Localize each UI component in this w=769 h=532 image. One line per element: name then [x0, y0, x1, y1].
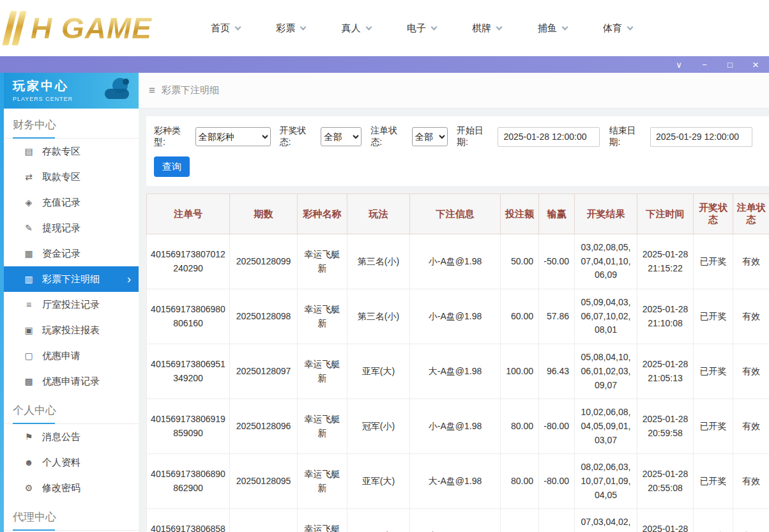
chevron-down-icon	[627, 24, 634, 30]
table-cell: 20250128094	[230, 509, 298, 532]
chevron-down-icon	[496, 24, 503, 30]
table-body: 40156917380701224029020250128099幸运飞艇新第三名…	[147, 234, 769, 532]
sidebar-item-change-password[interactable]: ⚙修改密码	[4, 475, 139, 501]
table-cell: 80.00	[501, 509, 539, 532]
sidebar-item-withdrawal-record[interactable]: ✎提现记录	[4, 215, 139, 241]
table-cell: 大-A盘@1.98	[410, 509, 501, 532]
nav-item[interactable]: 首页	[211, 22, 240, 34]
table-cell: 亚军(大)	[347, 454, 410, 509]
table-cell: 57.86	[539, 289, 575, 344]
table-header-cell: 期数	[230, 194, 298, 234]
order-status-select[interactable]: 全部	[412, 127, 448, 146]
table-header-cell: 下注时间	[637, 194, 694, 234]
hall-bet-record-icon: ≡	[23, 300, 34, 310]
table-cell: 80.00	[501, 454, 539, 509]
table-row: 40156917380691985909020250128096幸运飞艇新冠军(…	[147, 399, 769, 454]
table-cell: 96.43	[539, 344, 575, 399]
table-header-cell: 开奖状态	[694, 194, 733, 234]
withdrawal-record-icon: ✎	[23, 223, 34, 233]
table-cell: 幸运飞艇新	[298, 344, 347, 399]
table-cell: 有效	[733, 399, 769, 454]
sidebar-section-heading: 个人中心	[4, 403, 139, 424]
filter-card: 彩种类型: 全部彩种 开奖状态: 全部 注单状态: 全部	[146, 116, 769, 186]
maximize-icon[interactable]: □	[726, 61, 735, 69]
table-cell: 亚军(大)	[347, 344, 410, 399]
menu-icon[interactable]: ≡	[149, 84, 155, 97]
sidebar-item-player-bet-report[interactable]: ▣玩家投注报表	[4, 317, 139, 343]
table-cell: 大-A盘@1.98	[410, 454, 501, 509]
sidebar-item-recharge-record[interactable]: ◈充值记录	[4, 190, 139, 215]
nav-item[interactable]: 真人	[342, 22, 371, 34]
table-cell: 100.00	[501, 344, 539, 399]
sidebar-item-label: 提现记录	[42, 222, 80, 234]
start-date-input[interactable]	[498, 127, 600, 147]
promo-apply-record-icon: ▩	[23, 376, 34, 386]
sidebar-item-label: 取款专区	[42, 171, 80, 183]
nav-item[interactable]: 捕鱼	[538, 22, 567, 34]
query-button[interactable]: 查询	[154, 156, 190, 177]
sidebar-item-label: 优惠申请记录	[42, 376, 100, 388]
draw-status-select[interactable]: 全部	[321, 127, 362, 146]
logo-bars-decoration	[6, 11, 26, 45]
table-header-cell: 下注信息	[410, 194, 501, 234]
table-cell: 有效	[733, 454, 769, 509]
top-header: H GAME 首页彩票真人电子棋牌捕鱼体育	[0, 0, 769, 56]
sidebar-item-lottery-bet-details[interactable]: ▥彩票下注明细›	[4, 266, 139, 292]
end-date-input[interactable]	[650, 127, 752, 147]
lottery-type-select[interactable]: 全部彩种	[195, 127, 271, 146]
close-icon[interactable]: ×	[751, 59, 760, 70]
chevron-down-icon	[431, 24, 438, 30]
table-cell: 2025-01-28 20:59:58	[637, 399, 694, 454]
table-cell: 大-A盘@1.98	[410, 344, 501, 399]
collapse-icon[interactable]: ∨	[674, 61, 683, 69]
page-title: 彩票下注明细	[162, 84, 219, 96]
recharge-record-icon: ◈	[23, 197, 34, 208]
table-cell: 401569173806919859090	[147, 399, 230, 454]
table-cell: 有效	[733, 234, 769, 289]
table-cell: 60.00	[501, 289, 539, 344]
start-date-label: 开始日期:	[457, 125, 495, 148]
sidebar-item-funds-record[interactable]: ▦资金记录	[4, 241, 139, 266]
table-cell: -50.00	[539, 234, 575, 289]
sidebar-item-personal-profile[interactable]: ☻个人资料	[4, 450, 139, 475]
sidebar-item-hall-bet-record[interactable]: ≡厅室投注记录	[4, 292, 139, 317]
table-cell: 小-A盘@1.98	[410, 399, 501, 454]
table-row: 40156917380701224029020250128099幸运飞艇新第三名…	[147, 234, 769, 289]
table-cell: 07,03,04,02,05,09,01,10,06,08	[575, 509, 637, 532]
table-row: 40156917380689086290020250128095幸运飞艇新亚军(…	[147, 454, 769, 509]
sidebar: 玩家中心 PLAYERS CENTER 财务中心▤存款专区⇄取款专区◈充值记录✎…	[4, 73, 139, 532]
chevron-down-icon	[300, 24, 307, 30]
minimize-icon[interactable]: −	[700, 61, 709, 69]
table-cell: 有效	[733, 289, 769, 344]
main-nav: 首页彩票真人电子棋牌捕鱼体育	[211, 22, 632, 34]
sidebar-item-promo-apply-record[interactable]: ▩优惠申请记录	[4, 369, 139, 394]
nav-item[interactable]: 体育	[603, 22, 632, 34]
sidebar-item-label: 修改密码	[42, 482, 80, 494]
sidebar-item-withdraw-zone[interactable]: ⇄取款专区	[4, 164, 139, 190]
nav-item[interactable]: 棋牌	[472, 22, 501, 34]
logo-text: H GAME	[31, 11, 152, 45]
bet-table-wrap: 注单号期数彩种名称玩法下注信息投注额输赢开奖结果下注时间开奖状态注单状态 401…	[146, 194, 769, 532]
sidebar-item-message-announcement[interactable]: ⚑消息公告	[4, 424, 139, 450]
filter-bar: 彩种类型: 全部彩种 开奖状态: 全部 注单状态: 全部	[154, 125, 761, 148]
logo: H GAME	[0, 11, 192, 45]
table-cell: 20250128095	[230, 454, 298, 509]
sidebar-item-promo-apply[interactable]: ▢优惠申请	[4, 343, 139, 369]
bet-table: 注单号期数彩种名称玩法下注信息投注额输赢开奖结果下注时间开奖状态注单状态 401…	[146, 194, 769, 532]
table-cell: 10,02,06,08,04,05,09,01,03,07	[575, 399, 637, 454]
funds-record-icon: ▦	[23, 248, 34, 259]
table-cell: 77.15	[539, 509, 575, 532]
table-cell: 2025-01-28 21:15:22	[637, 234, 694, 289]
sidebar-item-deposit-zone[interactable]: ▤存款专区	[4, 139, 139, 164]
nav-item[interactable]: 电子	[407, 22, 436, 34]
nav-item[interactable]: 彩票	[276, 22, 305, 34]
table-cell: 401569173806858699930	[147, 509, 230, 532]
gamepad-graphic	[100, 77, 133, 106]
table-cell: 2025-01-28 21:05:13	[637, 344, 694, 399]
player-bet-report-icon: ▣	[23, 325, 34, 335]
nav-item-label: 电子	[407, 22, 426, 34]
draw-status-label: 开奖状态:	[280, 125, 318, 148]
table-cell: 已开奖	[694, 289, 733, 344]
table-cell: 已开奖	[694, 454, 733, 509]
sidebar-item-label: 彩票下注明细	[42, 273, 100, 285]
